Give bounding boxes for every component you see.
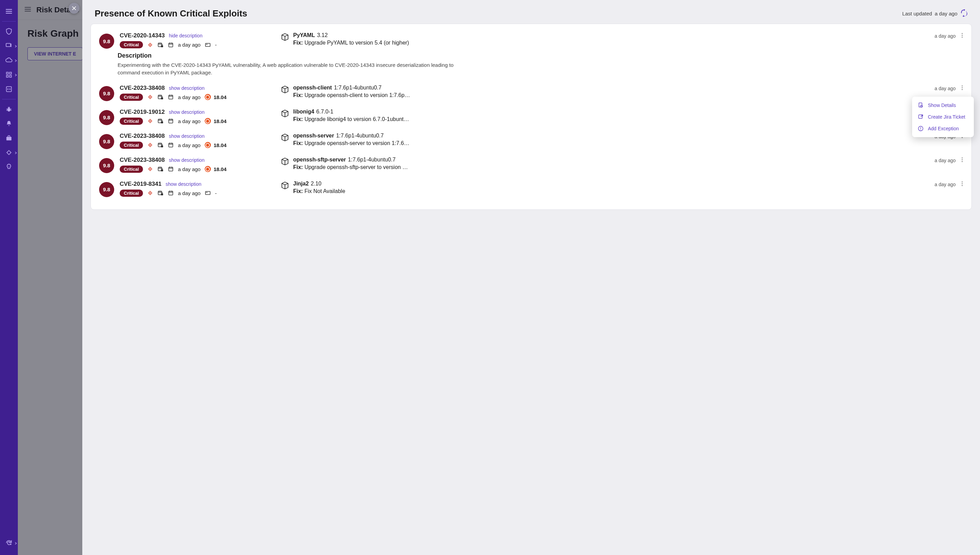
severity-badge: Critical xyxy=(120,165,143,173)
target-icon xyxy=(147,142,153,148)
fix-label: Fix: xyxy=(293,92,303,98)
exploit-row: 9.8 CVE-2023-38408 show description Crit… xyxy=(95,152,967,176)
cve-id[interactable]: CVE-2023-38408 xyxy=(120,157,165,164)
cve-id[interactable]: CVE-2023-38408 xyxy=(120,85,165,91)
rail-item-alerts[interactable] xyxy=(0,117,18,131)
target-icon xyxy=(147,166,153,172)
row-menu-button[interactable] xyxy=(959,32,965,40)
detected-ago: a day ago xyxy=(178,94,200,100)
rail-item-shield[interactable] xyxy=(0,24,18,39)
calendar-icon xyxy=(168,190,174,196)
calendar-lock-icon xyxy=(157,190,164,196)
row-menu-button[interactable] xyxy=(959,157,965,164)
package-name: Jinja2 xyxy=(293,181,309,186)
ctx-create-jira[interactable]: Create Jira Ticket xyxy=(912,111,974,123)
rail-item-cases[interactable] xyxy=(0,131,18,145)
sync-icon[interactable] xyxy=(960,9,968,18)
rail-item-settings[interactable] xyxy=(0,536,18,550)
os-version: 18.04 xyxy=(213,94,227,100)
rail-hamburger[interactable] xyxy=(0,4,18,19)
rail-item-vulns[interactable] xyxy=(0,102,18,117)
panel-title: Presence of Known Critical Exploits xyxy=(95,8,247,19)
cvss-score: 9.8 xyxy=(99,182,114,197)
rail-item-insights[interactable] xyxy=(0,160,18,174)
ubuntu-icon xyxy=(205,94,211,100)
fix-text: Fix Not Available xyxy=(305,188,345,194)
severity-badge: Critical xyxy=(120,117,143,125)
rail-item-workloads[interactable] xyxy=(0,39,18,53)
severity-badge: Critical xyxy=(120,41,143,48)
dash-placeholder: - xyxy=(215,42,217,48)
calendar-lock-icon xyxy=(157,142,164,148)
target-icon xyxy=(147,190,153,196)
fix-text: Upgrade libonig4 to version 6.7.0-1ubunt… xyxy=(305,116,409,122)
fix-text: Upgrade openssh-client to version 1:7.6p… xyxy=(305,92,410,98)
package-name: PyYAML xyxy=(293,32,315,38)
calendar-icon xyxy=(168,42,174,48)
dash-placeholder: - xyxy=(215,190,217,196)
detected-ago: a day ago xyxy=(178,166,200,172)
close-button[interactable] xyxy=(69,3,80,14)
package-name: openssh-sftp-server xyxy=(293,157,346,162)
target-icon xyxy=(147,94,153,100)
cve-id[interactable]: CVE-2023-38408 xyxy=(120,133,165,140)
detail-panel: Presence of Known Critical Exploits Last… xyxy=(82,0,980,555)
exploit-row: 9.8 CVE-2023-38408 show description Crit… xyxy=(95,128,967,152)
fix-text: Upgrade PyYAML to version 5.4 (or higher… xyxy=(305,40,409,46)
package-name: openssh-server xyxy=(293,133,334,138)
package-version: 1:7.6p1-4ubuntu0.7 xyxy=(334,85,382,90)
cve-id[interactable]: CVE-2019-8341 xyxy=(120,181,162,188)
rail-item-apps[interactable] xyxy=(0,67,18,82)
ubuntu-icon xyxy=(205,142,211,148)
last-updated-prefix: Last updated xyxy=(902,11,932,16)
toggle-description-link[interactable]: hide description xyxy=(169,33,202,38)
ctx-add-exception[interactable]: Add Exception xyxy=(912,123,974,135)
severity-badge: Critical xyxy=(120,189,143,197)
severity-badge: Critical xyxy=(120,94,143,101)
row-updated-ago: a day ago xyxy=(935,33,956,39)
row-menu-button[interactable] xyxy=(959,181,965,188)
last-updated-value: a day ago xyxy=(935,11,958,16)
cve-id[interactable]: CVE-2019-19012 xyxy=(120,109,165,115)
exploit-row: 9.8 CVE-2019-19012 show description Crit… xyxy=(95,104,967,128)
rail-item-code[interactable] xyxy=(0,82,18,96)
toggle-description-link[interactable]: show description xyxy=(169,133,204,139)
calendar-icon xyxy=(168,118,174,124)
detected-ago: a day ago xyxy=(178,142,200,148)
toggle-description-link[interactable]: show description xyxy=(169,157,204,163)
rail-item-cloud[interactable] xyxy=(0,53,18,67)
ubuntu-icon xyxy=(205,118,211,124)
calendar-icon xyxy=(168,94,174,100)
toggle-description-link[interactable]: show description xyxy=(169,109,204,115)
package-icon xyxy=(281,133,289,143)
cvss-score: 9.8 xyxy=(99,158,114,173)
left-rail xyxy=(0,0,18,555)
package-name: libonig4 xyxy=(293,109,314,114)
ctx-show-details[interactable]: Show Details xyxy=(912,99,974,111)
package-icon xyxy=(281,109,289,119)
row-menu-button[interactable] xyxy=(959,85,965,92)
calendar-icon xyxy=(168,166,174,172)
package-icon xyxy=(281,32,289,43)
row-updated-ago: a day ago xyxy=(935,86,956,91)
exploit-row: 9.8 CVE-2019-8341 show description Criti… xyxy=(95,176,967,200)
calendar-icon xyxy=(168,142,174,148)
exploit-row: 9.8 CVE-2023-38408 show description Crit… xyxy=(95,80,967,104)
calendar-lock-icon xyxy=(157,166,164,172)
row-updated-ago: a day ago xyxy=(935,182,956,187)
detected-ago: a day ago xyxy=(178,190,200,196)
cvss-score: 9.8 xyxy=(99,110,114,125)
package-version: 1:7.6p1-4ubuntu0.7 xyxy=(348,157,396,162)
fix-label: Fix: xyxy=(293,188,303,194)
toggle-description-link[interactable]: show description xyxy=(165,181,201,187)
cvss-score: 9.8 xyxy=(99,134,114,149)
os-version: 18.04 xyxy=(213,118,227,124)
description-text: Experimenting with the CVE-2020-14343 Py… xyxy=(118,61,454,77)
package-name: openssh-client xyxy=(293,85,332,90)
cve-id[interactable]: CVE-2020-14343 xyxy=(120,32,165,39)
rail-item-target[interactable] xyxy=(0,145,18,160)
detected-ago: a day ago xyxy=(178,118,200,124)
toggle-description-link[interactable]: show description xyxy=(169,85,204,91)
severity-badge: Critical xyxy=(120,141,143,149)
fix-label: Fix: xyxy=(293,40,303,46)
